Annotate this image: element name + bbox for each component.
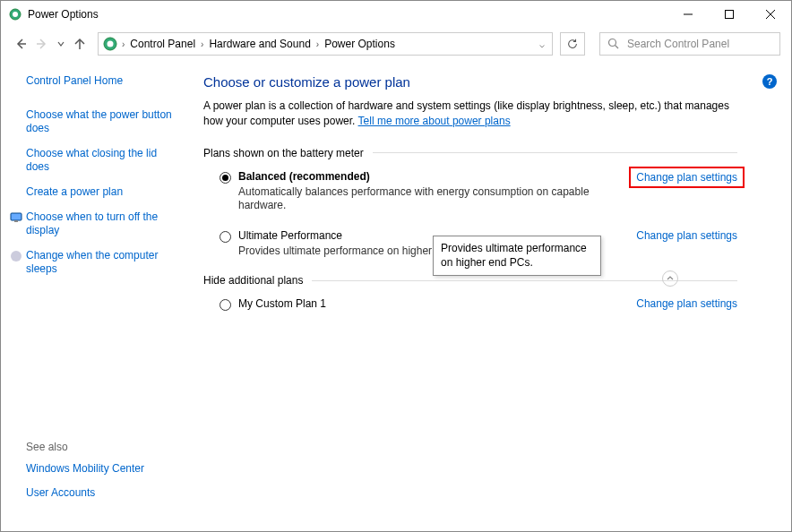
tooltip: Provides ultimate performance on higher …	[433, 236, 601, 276]
change-plan-settings-link[interactable]: Change plan settings	[636, 229, 737, 242]
sidebar-link-computer-sleeps[interactable]: Change when the computer sleeps	[26, 249, 180, 277]
breadcrumb-item[interactable]: Hardware and Sound	[205, 33, 314, 55]
breadcrumb-item[interactable]: Power Options	[321, 33, 399, 55]
power-options-icon	[8, 7, 22, 21]
change-plan-settings-link[interactable]: Change plan settings	[636, 297, 737, 310]
svg-rect-3	[726, 11, 734, 19]
recent-locations-dropdown[interactable]	[55, 35, 67, 53]
svg-point-1	[13, 12, 18, 17]
navigation-bar: › Control Panel › Hardware and Sound › P…	[1, 28, 791, 60]
plan-row-balanced: Balanced (recommended) Automatically bal…	[203, 170, 737, 213]
sidebar-link-turn-off-display[interactable]: Choose when to turn off the display	[26, 210, 180, 238]
breadcrumb-item[interactable]: Control Panel	[126, 33, 199, 55]
chevron-right-icon[interactable]: ›	[314, 39, 321, 49]
svg-rect-13	[11, 213, 22, 220]
sidebar-link-power-button[interactable]: Choose what the power button does	[26, 108, 180, 136]
section-title-hide-plans[interactable]: Hide additional plans	[203, 274, 737, 287]
radio-ultimate[interactable]	[220, 231, 231, 243]
window-title: Power Options	[28, 8, 99, 21]
back-button[interactable]	[12, 35, 30, 53]
plan-description: Automatically balances performance with …	[238, 185, 629, 213]
svg-line-12	[616, 46, 619, 49]
breadcrumb[interactable]: › Control Panel › Hardware and Sound › P…	[98, 32, 553, 56]
minimize-button[interactable]	[667, 1, 709, 28]
svg-rect-14	[14, 220, 18, 222]
refresh-button[interactable]	[560, 32, 585, 56]
plan-name[interactable]: Balanced (recommended)	[238, 170, 629, 183]
search-icon	[607, 38, 620, 50]
control-panel-home-link[interactable]: Control Panel Home	[26, 74, 180, 89]
radio-custom[interactable]	[220, 299, 231, 311]
maximize-button[interactable]	[709, 1, 750, 28]
svg-point-11	[609, 39, 616, 47]
see-also-mobility-center[interactable]: Windows Mobility Center	[26, 462, 144, 476]
forward-button[interactable]	[33, 35, 51, 53]
page-title: Choose or customize a power plan	[203, 74, 737, 90]
close-button[interactable]	[750, 1, 791, 28]
main-content: Choose or customize a power plan A power…	[189, 74, 791, 529]
page-description: A power plan is a collection of hardware…	[203, 99, 737, 129]
learn-more-link[interactable]: Tell me more about power plans	[358, 115, 511, 127]
svg-point-15	[11, 251, 22, 262]
change-plan-settings-link[interactable]: Change plan settings	[629, 167, 745, 188]
search-placeholder: Search Control Panel	[627, 38, 729, 50]
see-also-heading: See also	[26, 441, 144, 453]
moon-icon	[10, 250, 22, 262]
see-also-user-accounts[interactable]: User Accounts	[26, 486, 144, 501]
breadcrumb-dropdown[interactable]: ⌵	[532, 39, 552, 49]
window-titlebar: Power Options	[1, 1, 791, 28]
sidebar: Control Panel Home Choose what the power…	[1, 74, 189, 529]
section-title-battery-plans: Plans shown on the battery meter	[203, 147, 737, 159]
display-icon	[10, 211, 22, 224]
radio-balanced[interactable]	[220, 172, 231, 184]
plan-row-custom: My Custom Plan 1 Change plan settings	[203, 297, 737, 311]
plan-name[interactable]: My Custom Plan 1	[238, 297, 636, 310]
up-button[interactable]	[71, 35, 89, 53]
chevron-right-icon[interactable]: ›	[120, 39, 126, 49]
chevron-right-icon[interactable]: ›	[199, 39, 205, 49]
sidebar-link-closing-lid[interactable]: Choose what closing the lid does	[26, 147, 180, 175]
search-input[interactable]: Search Control Panel	[599, 32, 780, 56]
breadcrumb-icon	[102, 36, 118, 52]
svg-point-10	[108, 41, 114, 47]
sidebar-link-create-plan[interactable]: Create a power plan	[26, 185, 180, 200]
